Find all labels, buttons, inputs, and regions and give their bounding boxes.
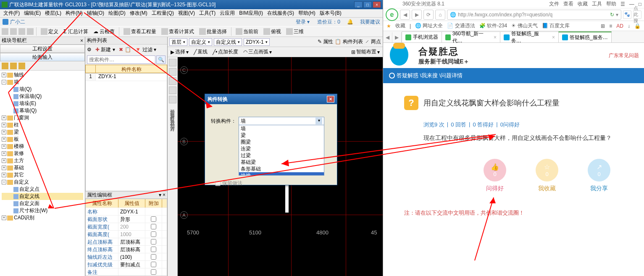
prop-chk[interactable] [151,231,156,237]
search-hint[interactable]: 点此搜 [633,11,641,19]
dialog-titlebar[interactable]: 构件转换 × [205,94,337,104]
vtool-icon[interactable] [169,87,176,94]
sub-select[interactable]: 自定义线 [214,38,242,46]
bell-icon[interactable]: 🔔 [347,19,353,25]
topmenu-item[interactable]: ☰ [620,1,625,7]
login-link[interactable]: 登录 ▾ [296,18,310,26]
tab[interactable]: 答疑解惑_服务…× [500,32,559,42]
close-button[interactable]: × [373,1,381,8]
expand-icon[interactable] [2,63,8,69]
prop-chk[interactable] [151,247,156,252]
star-icon[interactable]: ★ [386,23,391,29]
save-icon[interactable] [10,28,17,35]
collapse-icon[interactable] [10,63,17,69]
nav-tree[interactable]: +轴线 −墙 墙(Q) 保温墙(Q) 墙垛(E) 幕墙(Q) +门窗洞 +柱 +… [0,71,85,276]
topmenu-item[interactable]: 查看 [563,0,573,8]
vtool-icon[interactable] [169,68,176,76]
ext-icon[interactable]: 🔒 [634,23,641,29]
menu-item[interactable]: 辅轴(O) [85,9,106,18]
item-select[interactable]: ZDYX-1 [244,38,270,46]
open-icon[interactable] [2,28,8,35]
chevron-down-icon[interactable]: ▾ [315,118,322,124]
minimize-button[interactable]: _ [354,1,363,8]
cloudcheck-button[interactable]: ☁ 云检查 [92,27,116,36]
prop-chk[interactable] [151,239,156,244]
combo-option[interactable]: 梁 [239,132,324,139]
menu-item[interactable]: 云应用 [218,9,237,18]
dropdown-icon[interactable]: ▾ [616,12,618,18]
menu-item[interactable]: 帮助(H) [297,9,317,18]
menu-item[interactable]: 版本号(B) [318,9,343,18]
search-button[interactable]: 🔍 [156,55,166,64]
topmenu-item[interactable]: 文件 [549,0,559,8]
menu-item[interactable]: 编辑(E) [22,9,42,18]
combo-option[interactable]: 过梁 [239,152,324,159]
fwd-button[interactable]: ▶ [412,10,422,20]
reload-button[interactable]: ⟳ [423,10,434,20]
tab[interactable]: 360导航_新一代…× [442,32,500,42]
bookmark-item[interactable]: 收藏 [395,22,405,29]
maximize-button[interactable]: □ [363,1,372,8]
action-share[interactable]: ↗0 我分享 [588,159,610,192]
bookmark-item[interactable]: 📄 交通违法 [447,22,475,29]
combo-option[interactable]: 连梁 [239,145,324,152]
refresh-icon[interactable]: ↻ [610,12,614,18]
menu-item[interactable]: 修改(M) [128,9,149,18]
new-button[interactable]: ✚ 新建 ▾ [93,45,117,54]
url-input[interactable]: 🌐 http://e.fwxgx.com/index.php?r=questio… [447,10,621,20]
menu-item[interactable]: 文件(F) [2,9,21,18]
topmenu-item[interactable]: 帮助 [606,0,616,8]
prop-chk[interactable] [151,269,156,275]
tab[interactable]: 手机浏览器 [402,32,442,42]
complist-button[interactable]: 📋 构件列表 [335,38,363,45]
delete-icon[interactable]: ✖ [119,47,123,53]
topmenu-item[interactable]: 工具 [592,0,602,8]
assistant-label[interactable]: 广小二 [10,18,25,26]
topmenu-item[interactable]: 收藏 [578,0,588,8]
sumcalc-button[interactable]: Σ 汇总计算 [62,27,90,36]
ext-icon[interactable]: ⊞ [601,23,605,29]
nav-close-icon[interactable]: × [80,38,83,44]
breadcrumb[interactable]: 答疑解惑 \我来搜 \问题详情 [397,72,463,79]
select-tool[interactable]: ▶ 选择 ▾ [169,48,190,56]
prop-chk[interactable] [151,224,156,229]
prop-chk[interactable] [151,216,156,222]
smart-tool[interactable]: ⊞ 智能布置 ▾ [350,48,381,56]
prop-chk[interactable] [151,254,156,260]
tree-opt-icon[interactable] [18,63,25,69]
attr-button[interactable]: ✎ 属性 [318,38,333,45]
menu-item[interactable]: 视图(V) [176,9,197,18]
bookmark-item[interactable]: ☀ 佛山天气 [511,22,537,29]
bookmark-item[interactable]: 🧩 软件-234 [479,22,507,29]
combo-option-highlighted[interactable]: 挑檐 [239,172,324,176]
action-fav[interactable]: ☆0 我收藏 [536,159,558,192]
browser-logo-icon[interactable]: e [386,8,398,21]
ext-icon[interactable]: ↓ [628,23,630,29]
gear-icon[interactable]: ⚙ [87,47,92,53]
tree-selected-customline[interactable]: 自定义线 [2,193,83,200]
line-tool[interactable]: ╱ 直线 [192,48,209,56]
undo-icon[interactable] [18,28,25,35]
nav-btn-draw[interactable]: 绘图输入 [0,53,85,61]
vtool-icon[interactable] [169,96,176,103]
complist-row[interactable]: 1 ZDYX-1 [86,74,167,81]
search-input[interactable] [87,55,155,64]
nav-btn-settings[interactable]: 工程设置 [0,45,85,53]
menu-item[interactable]: 楼层(L) [43,9,63,18]
batchsel-button[interactable]: 批量选择 [197,27,229,36]
ext-icon[interactable]: AD [616,23,623,29]
3d-button[interactable]: 三维 [284,27,305,36]
ext-icon[interactable]: ≡ [609,23,612,29]
combo-dropdown[interactable]: 墙 梁 圈梁 连梁 过梁 基础梁 条形基础 挑檐 [239,125,324,176]
home-button[interactable]: ⌂ [435,10,445,20]
action-good[interactable]: 👍0 问得好 [484,159,506,192]
copy-icon[interactable]: 📋 [125,47,131,53]
bookmark-item[interactable]: 📘 百度文库 [542,22,570,29]
floor-select[interactable]: 首层 [169,38,187,46]
combo-option[interactable]: 条形基础 [239,166,324,172]
menu-item[interactable]: 在线服务(S) [265,9,296,18]
tab-next[interactable]: ▶ [392,32,402,42]
filter-button[interactable]: 🔻 过滤 ▾ [133,45,159,54]
viewqty-button[interactable]: 查看工程量 [122,27,158,36]
vtool-icon[interactable] [169,59,176,66]
